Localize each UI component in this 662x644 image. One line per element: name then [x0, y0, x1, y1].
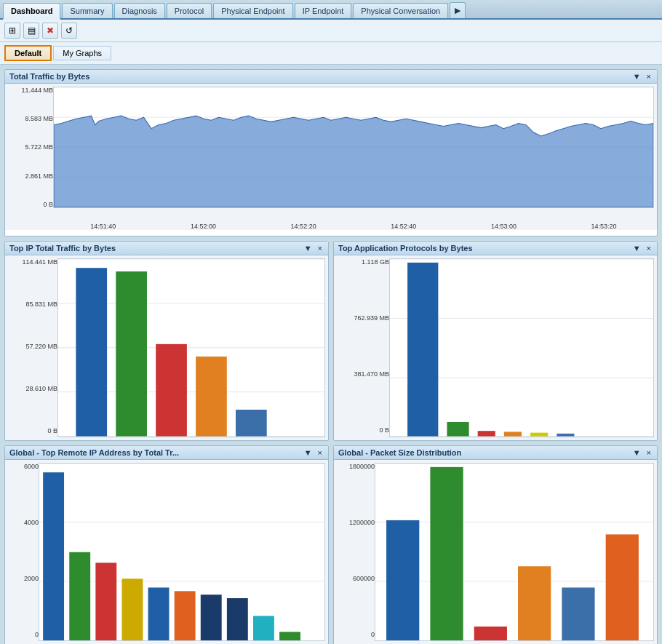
svg-rect-23 — [530, 433, 548, 437]
y-label-packet-0: 1800000 — [337, 463, 375, 470]
tab-physical-endpoint[interactable]: Physical Endpoint — [213, 3, 292, 18]
panel-top-app: Top Application Protocols by Bytes ▼ × 1… — [333, 241, 658, 441]
panel-close-top-remote[interactable]: × — [316, 448, 324, 457]
svg-rect-45 — [474, 627, 507, 640]
tab-diagnosis[interactable]: Diagnosis — [114, 3, 165, 18]
panel-dropdown-total-traffic[interactable]: ▼ — [631, 72, 642, 81]
panel-close-top-ip[interactable]: × — [316, 244, 324, 253]
panel-body-top-ip: 114.441 MB 85.831 MB 57.220 MB 28.610 MB… — [5, 255, 328, 440]
y-label-packet-3: 0 — [337, 631, 375, 638]
panel-body-packet-size: 1800000 1200000 600000 0 — [334, 460, 657, 645]
tab-dashboard[interactable]: Dashboard — [3, 3, 60, 20]
y-label-3: 2.861 MB — [8, 172, 53, 180]
y-label-top-ip-2: 57.220 MB — [8, 343, 57, 350]
svg-rect-34 — [175, 591, 196, 640]
panel-header-packet-size: Global - Packet Size Distribution ▼ × — [334, 446, 657, 460]
panel-controls-top-app: ▼ × — [631, 244, 653, 253]
svg-rect-11 — [116, 271, 147, 436]
y-label-remote-0: 6000 — [8, 463, 39, 470]
svg-rect-10 — [76, 268, 107, 436]
svg-rect-44 — [430, 466, 463, 640]
panel-controls-top-remote: ▼ × — [303, 448, 324, 457]
y-label-top-ip-3: 28.610 MB — [8, 385, 57, 392]
y-label-top-app-1: 762.939 MB — [337, 314, 389, 322]
toolbar-btn-grid[interactable]: ⊞ — [4, 23, 20, 39]
svg-rect-37 — [253, 616, 274, 640]
panel-dropdown-top-remote[interactable]: ▼ — [303, 448, 314, 457]
y-label-packet-1: 1200000 — [337, 519, 375, 526]
svg-rect-36 — [227, 598, 248, 640]
panels-middle-row: Top IP Total Traffic by Bytes ▼ × 114.44… — [4, 241, 658, 441]
panel-title-top-ip: Top IP Total Traffic by Bytes — [9, 244, 116, 253]
panel-header-top-app: Top Application Protocols by Bytes ▼ × — [334, 242, 657, 255]
panel-controls-top-ip: ▼ × — [303, 244, 324, 253]
toolbar-btn-refresh[interactable]: ↺ — [61, 23, 77, 39]
svg-rect-24 — [557, 434, 574, 437]
panel-header-top-ip: Top IP Total Traffic by Bytes ▼ × — [5, 242, 328, 255]
y-label-remote-3: 0 — [8, 631, 39, 638]
y-label-top-ip-0: 114.441 MB — [8, 258, 57, 266]
panel-close-top-app[interactable]: × — [645, 244, 653, 253]
tab-summary[interactable]: Summary — [62, 3, 112, 18]
panel-controls-total-traffic: ▼ × — [631, 72, 653, 81]
tab-scroll-right[interactable]: ▶ — [450, 2, 466, 18]
panel-controls-packet-size: ▼ × — [631, 448, 653, 457]
tab-protocol[interactable]: Protocol — [167, 3, 212, 18]
y-label-4: 0 B — [8, 201, 53, 208]
toolbar-btn-list[interactable]: ▤ — [23, 23, 39, 39]
panel-top-ip: Top IP Total Traffic by Bytes ▼ × 114.44… — [4, 241, 329, 441]
tab-physical-conversation[interactable]: Physical Conversation — [353, 3, 448, 18]
top-ip-chart — [57, 258, 325, 437]
panel-header-top-remote: Global - Top Remote IP Address by Total … — [5, 446, 328, 460]
panel-close-packet-size[interactable]: × — [645, 448, 653, 457]
y-label-top-ip-4: 0 B — [8, 427, 57, 434]
x-label-5: 14:53:20 — [591, 223, 617, 230]
svg-rect-48 — [606, 534, 639, 640]
svg-rect-47 — [562, 587, 594, 640]
y-label-top-app-0: 1.118 GB — [337, 258, 389, 266]
toolbar-btn-delete[interactable]: ✖ — [42, 23, 58, 39]
panel-close-total-traffic[interactable]: × — [645, 72, 653, 81]
panel-dropdown-top-app[interactable]: ▼ — [631, 244, 642, 253]
y-label-2: 5.722 MB — [8, 143, 53, 151]
total-traffic-chart — [53, 87, 654, 208]
panel-body-top-app: 1.118 GB 762.939 MB 381.470 MB 0 B — [334, 255, 657, 440]
top-app-chart — [389, 258, 654, 437]
y-label-remote-1: 4000 — [8, 519, 39, 526]
tab-ip-endpoint[interactable]: IP Endpoint — [295, 3, 352, 18]
tab-bar: Dashboard Summary Diagnosis Protocol Phy… — [0, 0, 662, 20]
subtab-my-graphs[interactable]: My Graphs — [53, 46, 111, 60]
panels-bottom-row: Global - Top Remote IP Address by Total … — [4, 445, 658, 645]
svg-rect-29 — [43, 472, 64, 640]
panel-total-traffic: Total Traffic by Bytes ▼ × 11.444 MB 8.5… — [4, 69, 658, 236]
panel-body-top-remote: 6000 4000 2000 0 — [5, 460, 328, 645]
top-remote-chart — [39, 463, 325, 642]
panel-header-total-traffic: Total Traffic by Bytes ▼ × — [5, 70, 657, 84]
svg-rect-22 — [504, 432, 522, 436]
x-label-4: 14:53:00 — [491, 223, 517, 230]
y-label-0: 11.444 MB — [8, 87, 53, 94]
svg-rect-38 — [279, 632, 300, 640]
panel-title-top-app: Top Application Protocols by Bytes — [338, 244, 473, 253]
toolbar: ⊞ ▤ ✖ ↺ — [0, 20, 662, 42]
panel-dropdown-packet-size[interactable]: ▼ — [631, 448, 642, 457]
svg-rect-13 — [196, 357, 227, 437]
subtab-default[interactable]: Default — [4, 45, 52, 61]
y-label-top-ip-1: 85.831 MB — [8, 301, 57, 308]
x-label-3: 14:52:40 — [391, 223, 416, 230]
panel-dropdown-top-ip[interactable]: ▼ — [303, 244, 314, 253]
y-label-1: 8.583 MB — [8, 115, 53, 122]
subtab-bar: Default My Graphs — [0, 42, 662, 65]
svg-rect-35 — [201, 595, 222, 640]
panel-body-total-traffic: 11.444 MB 8.583 MB 5.722 MB 2.861 MB 0 B — [5, 84, 657, 230]
x-label-0: 14:51:40 — [90, 223, 116, 230]
svg-rect-12 — [156, 344, 187, 437]
y-label-remote-2: 2000 — [8, 575, 39, 582]
svg-rect-21 — [478, 431, 495, 436]
panel-title-packet-size: Global - Packet Size Distribution — [338, 448, 461, 457]
y-label-packet-2: 600000 — [337, 575, 375, 582]
svg-rect-43 — [386, 520, 419, 640]
svg-rect-19 — [407, 263, 438, 437]
svg-rect-33 — [148, 587, 170, 640]
svg-rect-31 — [95, 562, 116, 640]
